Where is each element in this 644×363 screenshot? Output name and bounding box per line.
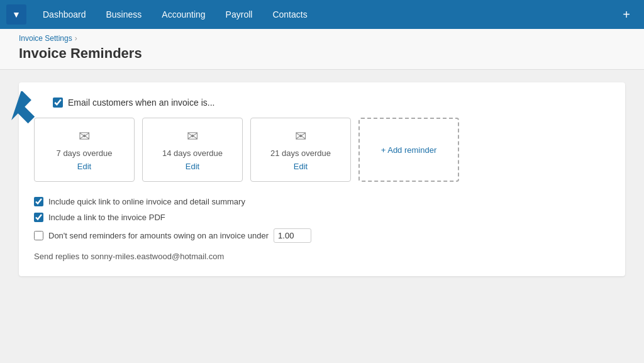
mail-icon-21: ✉: [295, 128, 306, 145]
add-reminder-card[interactable]: + Add reminder: [358, 118, 459, 182]
navbar: ▼ Dashboard Business Accounting Payroll …: [0, 0, 644, 29]
reminder-days-7: 7 days overdue: [57, 148, 113, 158]
nav-item-accounting[interactable]: Accounting: [152, 0, 215, 29]
settings-card: Email customers when an invoice is... ✉ …: [19, 82, 625, 276]
option-checkbox-3[interactable]: [34, 231, 43, 240]
nav-toggle-button[interactable]: ▼: [6, 4, 26, 25]
email-customers-label: Email customers when an invoice is...: [68, 98, 214, 108]
reminder-days-14: 14 days overdue: [162, 148, 223, 158]
reply-row: Send replies to sonny-miles.eastwood@hot…: [34, 252, 610, 261]
add-reminder-label: + Add reminder: [381, 145, 437, 155]
option-label-2: Include a link to the invoice PDF: [48, 213, 165, 222]
main-checkbox-row: Email customers when an invoice is...: [34, 98, 610, 118]
option-checkbox-2[interactable]: [34, 213, 43, 222]
option-label-1: Include quick link to online invoice and…: [48, 197, 245, 206]
main-content: Email customers when an invoice is... ✉ …: [0, 70, 644, 363]
mail-icon-7: ✉: [79, 128, 90, 145]
reminder-days-21: 21 days overdue: [270, 148, 331, 158]
reminder-card-21: ✉ 21 days overdue Edit: [250, 118, 351, 182]
nav-add-button[interactable]: +: [615, 3, 638, 26]
option-row-3: Don't send reminders for amounts owing o…: [34, 228, 610, 243]
breadcrumb-separator: ›: [75, 34, 77, 43]
option-checkbox-1[interactable]: [34, 197, 43, 206]
breadcrumb-parent[interactable]: Invoice Settings: [19, 34, 72, 43]
nav-item-business[interactable]: Business: [96, 0, 152, 29]
min-amount-input[interactable]: [274, 228, 311, 243]
email-customers-checkbox[interactable]: [53, 98, 63, 108]
option-label-3: Don't send reminders for amounts owing o…: [48, 231, 269, 240]
breadcrumb-bar: Invoice Settings › Invoice Reminders: [0, 29, 644, 70]
reminders-row: ✉ 7 days overdue Edit ✉ 14 days overdue …: [34, 118, 610, 182]
option-row-2: Include a link to the invoice PDF: [34, 213, 610, 222]
nav-item-payroll[interactable]: Payroll: [216, 0, 263, 29]
reminder-edit-7[interactable]: Edit: [77, 162, 91, 171]
reminder-edit-21[interactable]: Edit: [294, 162, 308, 171]
nav-item-contacts[interactable]: Contacts: [262, 0, 317, 29]
nav-item-dashboard[interactable]: Dashboard: [33, 0, 96, 29]
reminder-card-14: ✉ 14 days overdue Edit: [142, 118, 243, 182]
option-row-1: Include quick link to online invoice and…: [34, 197, 610, 206]
reminder-card-7: ✉ 7 days overdue Edit: [34, 118, 135, 182]
page-title: Invoice Reminders: [19, 43, 625, 69]
reminder-edit-14[interactable]: Edit: [186, 162, 199, 171]
mail-icon-14: ✉: [187, 128, 198, 145]
